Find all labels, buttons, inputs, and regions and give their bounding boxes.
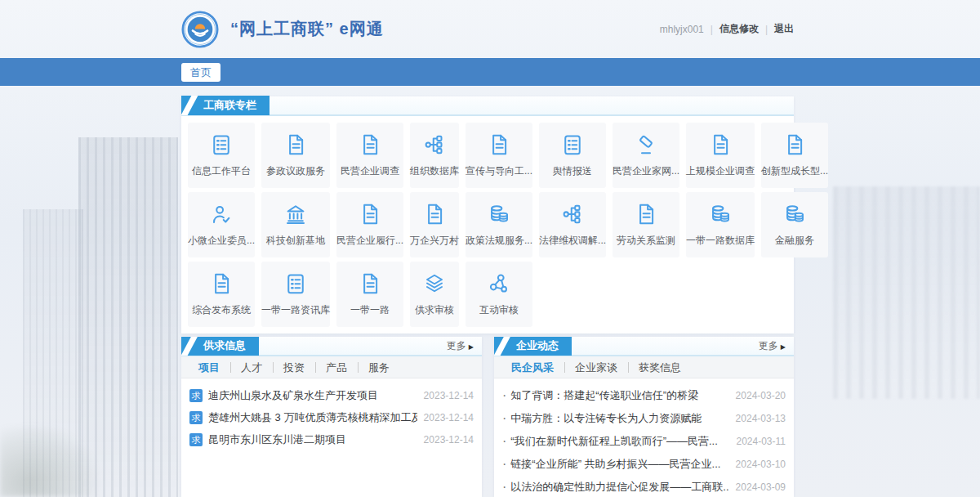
list-icon [209, 132, 234, 157]
list-icon [283, 271, 308, 296]
app-card-label: 万企兴万村 [410, 234, 459, 248]
item-title: 楚雄州大姚县 3 万吨优质薄壳核桃精深加工及科... [208, 410, 417, 425]
app-card[interactable]: 创新型成长型... [761, 123, 828, 188]
supply-list-item[interactable]: 求 楚雄州大姚县 3 万吨优质薄壳核桃精深加工及科... 2023-12-14 [189, 406, 474, 428]
app-card[interactable]: 信息工作平台 [188, 123, 255, 188]
site-header: “网上工商联” e网通 mhlyjx001 | 信息修改 | 退出 [0, 0, 980, 58]
user-area: mhlyjx001 | 信息修改 | 退出 [660, 22, 794, 36]
nav-home-button[interactable]: 首页 [181, 63, 220, 82]
news-list-item[interactable]: 链接“企业所能” 共助乡村振兴——民营企业... 2024-03-10 [502, 453, 786, 476]
app-card[interactable]: 劳动关系监测 [612, 192, 679, 257]
app-card[interactable]: 科技创新基地 [261, 192, 330, 257]
background-skyline-right [833, 186, 980, 399]
app-card[interactable]: 互动审核 [466, 262, 532, 327]
news-list-item[interactable]: 中瑞方胜：以专注铸专长为人力资源赋能 2024-03-13 [502, 407, 786, 430]
app-card-label: 创新型成长型... [761, 164, 828, 178]
app-card[interactable]: 参政议政服务 [261, 123, 330, 188]
app-card[interactable]: 一带一路数据库 [686, 192, 755, 257]
org-chart-icon [422, 132, 447, 157]
news-list-item[interactable]: 以法治的确定性助力提信心促发展——工商联... 2024-03-09 [502, 476, 786, 497]
app-card[interactable]: 一带一路资讯库 [261, 262, 330, 327]
app-card[interactable]: 法律维权调解... [539, 192, 606, 257]
supply-tab-3[interactable]: 投资 [273, 356, 315, 378]
app-card[interactable]: 组织数据库 [410, 123, 459, 188]
background-building-left [78, 137, 178, 497]
app-card-label: 信息工作平台 [192, 164, 251, 178]
app-card[interactable]: 民营企业履行... [336, 192, 403, 257]
item-title: “我们在新时代新征程上凯歌而行”——民营... [510, 434, 729, 449]
news-tab-2[interactable]: 企业家谈 [564, 356, 628, 378]
app-card[interactable]: 小微企业委员... [188, 192, 255, 257]
news-list-item[interactable]: “我们在新时代新征程上凯歌而行”——民营... 2024-03-11 [502, 430, 786, 453]
supply-tab-5[interactable]: 服务 [358, 356, 400, 378]
app-card-label: 参政议政服务 [266, 164, 325, 178]
federation-panel-header: 工商联专栏 [181, 96, 794, 116]
item-date: 2023-12-14 [424, 390, 474, 401]
document-icon [782, 132, 807, 157]
item-date: 2024-03-20 [736, 390, 786, 401]
document-icon [358, 271, 382, 296]
app-card[interactable]: 舆情报送 [539, 123, 606, 188]
more-label: 更多 [759, 339, 778, 353]
item-title: 链接“企业所能” 共助乡村振兴——民营企业... [510, 457, 728, 472]
section-title-news: 企业动态 [494, 337, 572, 356]
app-card[interactable]: 上规模企业调查 [686, 123, 755, 188]
app-card[interactable]: 民营企业家网... [612, 123, 679, 188]
app-card-label: 劳动关系监测 [617, 234, 675, 248]
document-icon [487, 132, 511, 157]
document-icon [708, 132, 733, 157]
item-title: 昆明市东川区东川港二期项目 [208, 432, 417, 447]
supply-tab-2[interactable]: 人才 [230, 356, 273, 378]
document-icon [209, 271, 234, 296]
demand-badge: 求 [189, 433, 203, 446]
modify-info-link[interactable]: 信息修改 [719, 22, 759, 36]
app-card-label: 一带一路数据库 [686, 234, 755, 248]
demand-badge: 求 [189, 389, 203, 402]
item-date: 2024-03-09 [736, 481, 786, 493]
app-card-label: 法律维权调解... [539, 234, 606, 248]
app-card[interactable]: 宣传与导向工... [466, 123, 532, 188]
bottom-row: 供求信息 更多 项目人才投资产品服务 求 迪庆州山泉水及矿泉水生产开发项目 20… [181, 337, 794, 497]
news-panel: 企业动态 更多 民企风采企业家谈获奖信息 知了背调：搭建起“传递职业信任”的桥梁… [494, 337, 794, 497]
app-card[interactable]: 供求审核 [410, 262, 459, 327]
document-icon [358, 202, 382, 226]
document-icon [358, 132, 382, 157]
app-card-label: 舆情报送 [553, 164, 592, 178]
document-icon [634, 202, 658, 226]
item-date: 2023-12-14 [424, 434, 474, 446]
app-card-label: 民营企业调查 [341, 164, 399, 178]
item-title: 以法治的确定性助力提信心促发展——工商联... [510, 480, 728, 495]
app-card-label: 科技创新基地 [266, 234, 325, 248]
main-nav: 首页 [0, 58, 980, 86]
logout-link[interactable]: 退出 [774, 22, 794, 36]
document-icon [283, 132, 308, 157]
supply-list-item[interactable]: 求 昆明市东川区东川港二期项目 2023-12-14 [189, 428, 474, 450]
supply-tab-4[interactable]: 产品 [315, 356, 358, 378]
page: “网上工商联” e网通 mhlyjx001 | 信息修改 | 退出 首页 工商联… [0, 0, 980, 497]
app-card[interactable]: 综合发布系统 [188, 262, 255, 327]
app-grid: 信息工作平台 参政议政服务 民营企业调查 组织数据库 宣传与导向工... 舆情报… [181, 116, 794, 334]
app-card[interactable]: 一带一路 [336, 262, 403, 327]
app-card[interactable]: 金融服务 [761, 192, 828, 257]
news-tab-3[interactable]: 获奖信息 [628, 356, 692, 378]
person-check-icon [209, 202, 234, 226]
item-date: 2024-03-11 [737, 436, 786, 447]
news-list-item[interactable]: 知了背调：搭建起“传递职业信任”的桥梁 2024-03-20 [502, 384, 786, 407]
supply-more-link[interactable]: 更多 [447, 339, 474, 353]
item-title: 迪庆州山泉水及矿泉水生产开发项目 [208, 388, 417, 403]
news-tab-1[interactable]: 民企风采 [501, 356, 564, 378]
news-tabs: 民企风采企业家谈获奖信息 [494, 356, 794, 378]
app-card[interactable]: 万企兴万村 [410, 192, 459, 257]
username: mhlyjx001 [660, 24, 704, 35]
supply-tabs: 项目人才投资产品服务 [181, 356, 482, 378]
bullet-icon [502, 434, 506, 449]
supply-tab-1[interactable]: 项目 [188, 356, 230, 378]
gavel-icon [634, 132, 658, 157]
news-more-link[interactable]: 更多 [759, 339, 786, 353]
bullet-icon [502, 388, 506, 403]
background-building-left-small [23, 209, 83, 497]
supply-list-item[interactable]: 求 迪庆州山泉水及矿泉水生产开发项目 2023-12-14 [189, 384, 474, 406]
divider: | [765, 24, 768, 35]
app-card[interactable]: 民营企业调查 [336, 123, 403, 188]
app-card[interactable]: 政策法规服务... [466, 192, 532, 257]
